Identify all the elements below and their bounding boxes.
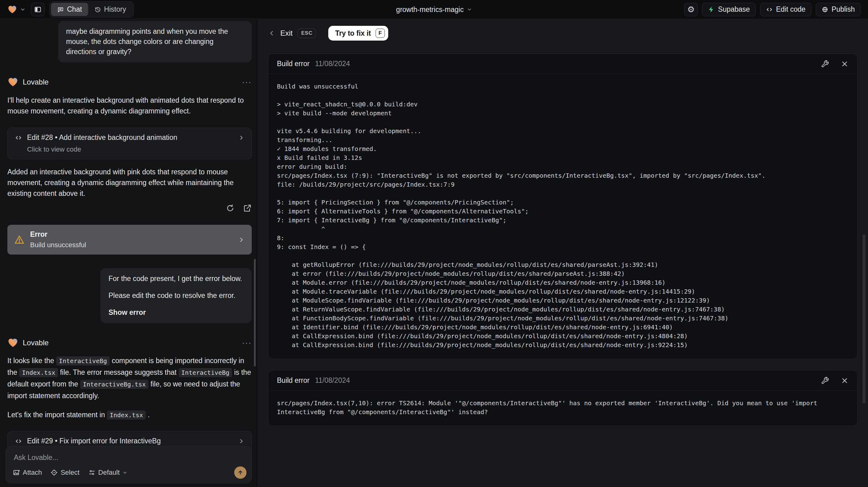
assistant-header: Lovable ··· — [7, 77, 252, 88]
edit-card-title: Edit #28 • Add interactive background an… — [27, 133, 177, 142]
assistant-message: It looks like the InteractiveBg componen… — [7, 355, 252, 401]
warning-triangle-icon — [14, 235, 25, 245]
mode-dropdown[interactable]: Default — [88, 468, 128, 477]
build-error-console: src/pages/Index.tsx(7,10): error TS2614:… — [268, 391, 857, 426]
publish-button[interactable]: Publish — [816, 3, 861, 16]
chevron-down-icon — [467, 7, 472, 12]
gear-icon: ⚙ — [687, 5, 695, 14]
logo-menu[interactable] — [7, 5, 26, 14]
message-menu-button[interactable]: ··· — [242, 81, 252, 84]
code-icon — [14, 437, 23, 445]
chat-scrollbar[interactable] — [254, 259, 256, 366]
inline-code: InteractiveBg.tsx — [80, 380, 149, 389]
show-error-link[interactable]: Show error — [108, 307, 244, 317]
sliders-icon — [88, 469, 96, 476]
composer-input[interactable]: Ask Lovable... — [14, 454, 243, 462]
history-clock-icon — [94, 6, 101, 13]
edit-code-button[interactable]: Edit code — [760, 3, 811, 16]
open-external-icon[interactable] — [243, 204, 252, 212]
error-banner-title: Error — [30, 230, 86, 239]
chevron-right-icon — [238, 438, 245, 445]
code-icon — [14, 134, 23, 142]
build-error-header: Build error 11/08/2024 — [268, 370, 857, 391]
lovable-app: Chat History growth-metrics-magic ⚙ — [0, 0, 868, 487]
f-key-badge: F — [376, 29, 385, 38]
chevron-right-icon — [238, 134, 245, 141]
build-error-title: Build error — [277, 60, 310, 68]
edit-card-subtitle: Click to view code — [27, 145, 245, 153]
text-segment: file. The error message suggests that — [58, 368, 179, 376]
assistant-message: I'll help create an interactive backgrou… — [7, 95, 252, 117]
tab-history[interactable]: History — [88, 3, 132, 16]
sidebar-panel-icon — [34, 6, 41, 13]
supabase-button[interactable]: Supabase — [702, 3, 756, 16]
chat-panel: maybe diagramming points and when you mo… — [0, 19, 257, 487]
error-banner-text: Error Build unsuccessful — [30, 230, 86, 249]
tab-chat-label: Chat — [67, 5, 82, 13]
tab-chat[interactable]: Chat — [51, 3, 88, 16]
chevron-down-icon — [122, 470, 128, 475]
assistant-message-text: Added an interactive background with pin… — [7, 168, 234, 197]
error-overlay-panel: Exit ESC Try to fix it F Build error 11/… — [257, 19, 868, 487]
message-menu-button[interactable]: ··· — [242, 341, 252, 344]
project-name: growth-metrics-magic — [396, 5, 464, 13]
close-icon[interactable] — [841, 60, 849, 68]
build-error-title: Build error — [277, 376, 310, 385]
try-to-fix-button[interactable]: Try to fix it F — [328, 26, 388, 40]
assistant-name: Lovable — [23, 338, 49, 347]
send-button[interactable] — [234, 466, 247, 479]
overlay-toolbar: Exit ESC Try to fix it F — [268, 26, 858, 40]
mode-label: Default — [98, 468, 120, 477]
build-error-header: Build error 11/08/2024 — [268, 54, 857, 74]
build-error-date: 11/08/2024 — [315, 376, 350, 385]
publish-label: Publish — [832, 5, 855, 13]
inline-code: InteractiveBg — [56, 356, 110, 366]
inline-code: Index.tsx — [19, 368, 58, 377]
supabase-label: Supabase — [718, 5, 750, 13]
text-segment: Let's fix the import statement in — [7, 411, 107, 419]
text-segment: It looks like the — [7, 357, 56, 365]
supabase-bolt-icon — [708, 6, 715, 13]
exit-button[interactable]: Exit — [280, 29, 292, 37]
composer: Ask Lovable... Attach Select — [5, 447, 252, 483]
project-switcher[interactable]: growth-metrics-magic — [396, 5, 472, 13]
assistant-message: Let's fix the import statement in Index.… — [7, 409, 252, 421]
chat-bubble-icon — [57, 6, 64, 13]
attach-label: Attach — [23, 468, 42, 477]
edit-card-title: Edit #29 • Fix import error for Interact… — [27, 437, 161, 445]
target-select-icon — [51, 469, 58, 476]
topbar-actions: ⚙ Supabase Edit code Publish — [684, 3, 861, 16]
code-brackets-icon — [766, 6, 773, 13]
image-attach-icon — [12, 469, 20, 476]
chat-history-tabs: Chat History — [50, 1, 134, 18]
assistant-header: Lovable ··· — [7, 337, 252, 348]
assistant-name: Lovable — [23, 78, 49, 86]
assistant-message-text: I'll help create an interactive backgrou… — [7, 96, 244, 115]
error-banner[interactable]: Error Build unsuccessful — [7, 225, 252, 254]
build-error-card-2: Build error 11/08/2024 src/pages/Index.t… — [268, 370, 858, 426]
user-message-text: maybe diagramming points and when you mo… — [66, 27, 228, 56]
lovable-logo-heart-icon — [7, 5, 17, 14]
sidebar-toggle-button[interactable] — [31, 3, 44, 16]
arrow-up-icon — [237, 469, 244, 476]
user-message: maybe diagramming points and when you mo… — [58, 21, 252, 62]
select-button[interactable]: Select — [51, 468, 79, 477]
user-message: For the code present, I get the error be… — [100, 268, 252, 323]
inline-code: InteractiveBg — [179, 368, 232, 377]
attach-button[interactable]: Attach — [12, 468, 42, 477]
fix-wrench-icon[interactable] — [821, 60, 829, 68]
globe-icon — [822, 6, 828, 13]
message-actions — [7, 204, 252, 212]
select-label: Select — [61, 468, 79, 477]
edit-card-28[interactable]: Edit #28 • Add interactive background an… — [7, 128, 252, 159]
text-segment: . — [146, 411, 150, 419]
topbar: Chat History growth-metrics-magic ⚙ — [0, 0, 868, 19]
close-icon[interactable] — [841, 377, 849, 385]
restore-icon[interactable] — [226, 204, 235, 212]
lovable-avatar — [7, 337, 19, 348]
try-to-fix-label: Try to fix it — [335, 29, 371, 37]
panel-scrollbar[interactable] — [863, 234, 866, 403]
settings-button[interactable]: ⚙ — [684, 3, 698, 16]
fix-wrench-icon[interactable] — [821, 377, 829, 385]
esc-key-badge: ESC — [298, 28, 316, 38]
